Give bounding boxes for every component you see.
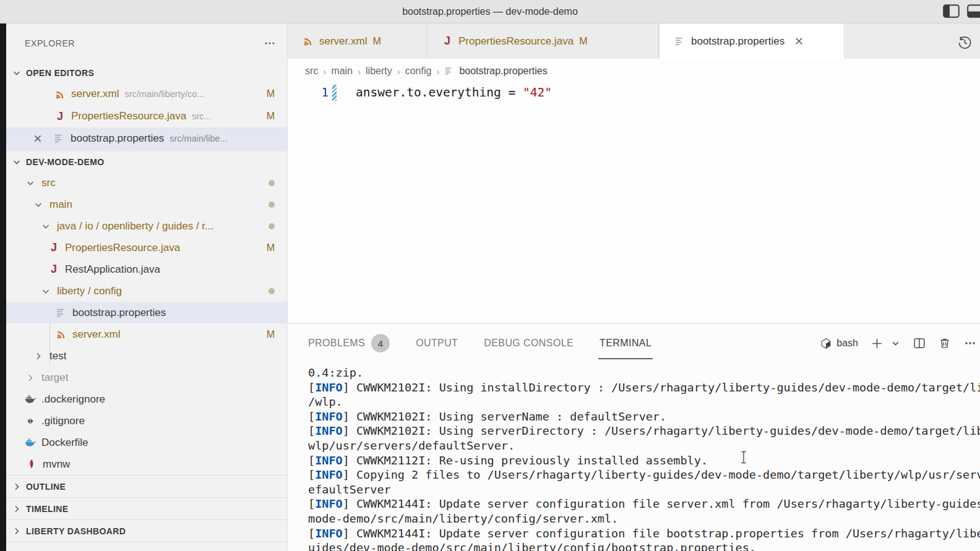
new-terminal-icon[interactable]	[871, 338, 883, 349]
editor-tab-strip: server.xml M J PropertiesResource.java M…	[288, 23, 980, 59]
terminal-line: /wlp.	[308, 395, 980, 409]
java-file-icon: J	[54, 110, 66, 123]
tree-item-bootstrap-properties[interactable]: bootstrap.properties	[6, 302, 287, 323]
project-section-header[interactable]: DEV-MODE-DEMO	[6, 150, 287, 173]
code-text: answer.to.everything = "42"	[356, 83, 552, 101]
panel-more-actions-icon[interactable]	[964, 337, 976, 349]
terminal-line: [INFO] CWWKM2102I: Using serverName : de…	[308, 409, 980, 424]
xml-file-icon	[56, 329, 67, 340]
timeline-section-header[interactable]: TIMELINE	[6, 497, 287, 519]
editor-actions	[957, 35, 973, 53]
panel-tab-problems[interactable]: PROBLEMS 4	[308, 324, 390, 362]
liberty-dashboard-section-header[interactable]: LIBERTY DASHBOARD	[6, 519, 287, 542]
breadcrumb-item[interactable]: liberty	[366, 66, 392, 77]
xml-file-icon	[303, 36, 314, 47]
open-editor-server-xml[interactable]: server.xml src/main/liberty/co... M	[6, 83, 287, 105]
modified-dot-badge	[269, 180, 275, 186]
chevron-right-icon	[11, 526, 22, 537]
tree-item-main[interactable]: main	[6, 194, 287, 215]
panel-tab-terminal[interactable]: TERMINAL	[600, 324, 651, 362]
code-line-1: 1 answer.to.everything = "42"	[288, 83, 980, 101]
window-layout-controls	[943, 4, 980, 18]
chevron-right-icon	[25, 372, 36, 383]
title-bar: bootstrap.properties — dev-mode-demo	[0, 0, 980, 23]
java-file-icon: J	[442, 35, 453, 48]
breadcrumb-item[interactable]: src	[305, 66, 318, 77]
chevron-right-icon	[33, 351, 44, 362]
editor-pane[interactable]: 1 answer.to.everything = "42"	[288, 83, 980, 323]
tree-item-dockerignore[interactable]: .dockerignore	[6, 388, 287, 410]
tree-item-test[interactable]: test	[6, 345, 287, 367]
tree-item-target[interactable]: target	[6, 367, 287, 388]
terminal-line: uides/dev-mode-demo/src/main/liberty/con…	[308, 540, 980, 551]
tree-item-gitignore[interactable]: .gitignore	[6, 410, 287, 432]
tree-item-liberty-config[interactable]: liberty / config	[6, 280, 287, 302]
open-editors-header[interactable]: OPEN EDITORS	[6, 62, 287, 84]
panel-tab-debug-console[interactable]: DEBUG CONSOLE	[484, 324, 574, 362]
terminal-line: [INFO] Copying 2 files to /Users/rhagart…	[308, 468, 980, 482]
terminal-line: [INFO] CWWKM2112I: Re-using previously i…	[308, 453, 980, 468]
tree-item-rest-application-java[interactable]: J RestApplication.java	[6, 258, 287, 280]
tab-server-xml[interactable]: server.xml M	[288, 23, 427, 59]
terminal-cube-icon	[820, 338, 832, 349]
open-editor-properties-resource[interactable]: J PropertiesResource.java src... M	[6, 105, 287, 127]
terminal-dropdown-chevron-icon[interactable]	[891, 339, 900, 348]
java-file-icon: J	[48, 263, 59, 276]
terminal-line: mode-demo/src/main/liberty/config/server…	[308, 511, 980, 526]
modified-badge: M	[267, 88, 275, 100]
modified-dot-badge	[269, 223, 275, 229]
chevron-down-icon	[11, 67, 22, 79]
window-title: bootstrap.properties — dev-mode-demo	[402, 6, 578, 17]
timeline-history-icon[interactable]	[957, 35, 973, 53]
vscode-window: bootstrap.properties — dev-mode-demo EXP…	[0, 0, 980, 551]
maven-icon	[26, 459, 37, 470]
close-icon[interactable]	[32, 133, 43, 144]
tree-item-properties-resource-java[interactable]: J PropertiesResource.java M	[6, 237, 287, 258]
activity-bar-edge	[0, 23, 6, 551]
close-tab-icon[interactable]	[794, 36, 804, 46]
project-label: DEV-MODE-DEMO	[26, 157, 105, 167]
terminal-line: [INFO] CWWKM2102I: Using serverDirectory…	[308, 424, 980, 438]
open-editor-bootstrap-properties[interactable]: bootstrap.properties src/main/libe...	[6, 127, 287, 150]
tree-item-src[interactable]: src	[6, 172, 287, 194]
kill-terminal-trash-icon[interactable]	[939, 337, 951, 349]
explorer-more-actions-icon[interactable]	[264, 37, 276, 52]
outline-section-header[interactable]: OUTLINE	[6, 475, 287, 497]
tab-bootstrap-properties[interactable]: bootstrap.properties	[659, 23, 845, 59]
panel-tab-output[interactable]: OUTPUT	[416, 324, 458, 362]
explorer-sidebar: EXPLORER OPEN EDITORS server.xml src/mai…	[6, 23, 288, 551]
toggle-panel-icon[interactable]	[967, 4, 980, 18]
toggle-sidebar-icon[interactable]	[943, 4, 960, 18]
chevron-right-icon: ›	[323, 66, 326, 77]
chevron-down-icon	[25, 177, 36, 189]
modified-dot-badge	[269, 202, 275, 208]
tree-item-java-package[interactable]: java / io / openliberty / guides / r...	[6, 215, 287, 237]
terminal-line: [INFO] CWWKM2144I: Update server configu…	[308, 497, 980, 511]
tab-properties-resource-java[interactable]: J PropertiesResource.java M	[427, 23, 659, 59]
tree-item-dockerfile[interactable]: Dockerfile	[6, 432, 287, 453]
modified-dot-badge	[269, 288, 275, 294]
chevron-right-icon: ›	[358, 66, 361, 77]
terminal-actions: bash	[820, 324, 980, 362]
chevron-right-icon	[11, 503, 22, 515]
docker-icon	[25, 394, 36, 405]
terminal-output[interactable]: 0.4:zip. [INFO] CWWKM2102I: Using instal…	[308, 365, 980, 551]
open-editors-label: OPEN EDITORS	[26, 68, 94, 78]
chevron-right-icon	[11, 481, 22, 492]
split-terminal-icon[interactable]	[913, 337, 926, 349]
tree-item-server-xml[interactable]: server.xml M	[6, 323, 287, 345]
breadcrumb: src › main › liberty › config › bootstra…	[288, 59, 980, 83]
breadcrumb-file[interactable]: bootstrap.properties	[459, 66, 547, 77]
tree-item-mvnw[interactable]: mvnw	[6, 453, 287, 475]
properties-file-icon	[56, 307, 67, 318]
terminal-shell-selector[interactable]: bash	[820, 338, 858, 349]
properties-file-icon	[444, 66, 454, 76]
terminal-line: wlp/usr/servers/defaultServer.	[308, 438, 980, 453]
explorer-header: EXPLORER	[6, 32, 287, 54]
breadcrumb-item[interactable]: config	[405, 66, 432, 77]
terminal-line: [INFO] CWWKM2144I: Update server configu…	[308, 526, 980, 541]
breadcrumb-item[interactable]: main	[331, 66, 353, 77]
terminal-line: 0.4:zip.	[308, 365, 980, 380]
java-file-icon: J	[48, 241, 59, 254]
chevron-down-icon	[33, 199, 44, 210]
